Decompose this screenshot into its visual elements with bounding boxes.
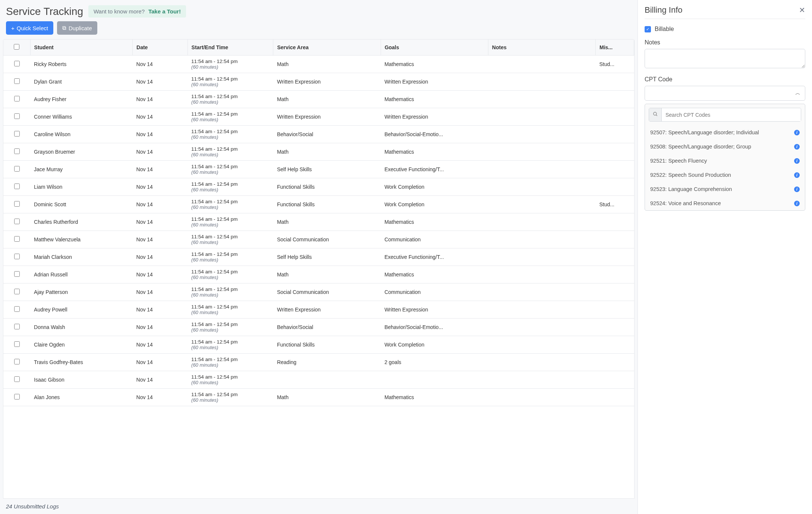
cell-miss xyxy=(596,389,634,406)
cell-service: Functional Skills xyxy=(273,196,381,213)
cell-time: 11:54 am - 12:54 pm(60 minutes) xyxy=(188,91,273,108)
table-row[interactable]: Dominic ScottNov 1411:54 am - 12:54 pm(6… xyxy=(3,196,634,213)
cell-miss xyxy=(596,319,634,336)
row-checkbox[interactable] xyxy=(14,61,20,66)
table-row[interactable]: Conner WilliamsNov 1411:54 am - 12:54 pm… xyxy=(3,108,634,126)
table-row[interactable]: Claire OgdenNov 1411:54 am - 12:54 pm(60… xyxy=(3,336,634,354)
cell-goals: Behavior/Social-Emotio... xyxy=(381,319,488,336)
cell-goals: Mathematics xyxy=(381,266,488,283)
info-icon[interactable]: i xyxy=(794,130,800,135)
row-checkbox[interactable] xyxy=(14,201,20,207)
row-checkbox[interactable] xyxy=(14,289,20,294)
cell-notes xyxy=(488,73,595,91)
table-row[interactable]: Charles RutherfordNov 1411:54 am - 12:54… xyxy=(3,213,634,231)
duplicate-button[interactable]: ⧉ Duplicate xyxy=(57,21,97,35)
row-checkbox[interactable] xyxy=(14,131,20,137)
cell-goals: Work Completion xyxy=(381,336,488,354)
quick-select-button[interactable]: + Quick Select xyxy=(6,21,53,35)
cell-miss xyxy=(596,371,634,389)
info-icon[interactable]: i xyxy=(794,187,800,192)
cell-miss xyxy=(596,248,634,266)
cell-time: 11:54 am - 12:54 pm(60 minutes) xyxy=(188,143,273,161)
table-row[interactable]: Travis Godfrey-BatesNov 1411:54 am - 12:… xyxy=(3,354,634,371)
info-icon[interactable]: i xyxy=(794,172,800,178)
row-checkbox[interactable] xyxy=(14,219,20,224)
cell-time: 11:54 am - 12:54 pm(60 minutes) xyxy=(188,283,273,301)
tour-link[interactable]: Take a Tour! xyxy=(148,8,181,15)
cpt-option[interactable]: 92523: Language Comprehensioni xyxy=(645,182,805,196)
cpt-search-input[interactable] xyxy=(662,109,801,121)
cell-time: 11:54 am - 12:54 pm(60 minutes) xyxy=(188,126,273,143)
table-row[interactable]: Ricky RobertsNov 1411:54 am - 12:54 pm(6… xyxy=(3,56,634,73)
col-student[interactable]: Student xyxy=(30,40,132,56)
cell-student: Dominic Scott xyxy=(30,196,132,213)
cell-service: Self Help Skills xyxy=(273,248,381,266)
table-row[interactable]: Donna WalshNov 1411:54 am - 12:54 pm(60 … xyxy=(3,319,634,336)
row-checkbox[interactable] xyxy=(14,341,20,347)
cell-student: Matthew Valenzuela xyxy=(30,231,132,248)
cell-student: Caroline Wilson xyxy=(30,126,132,143)
row-checkbox[interactable] xyxy=(14,148,20,154)
cell-time: 11:54 am - 12:54 pm(60 minutes) xyxy=(188,56,273,73)
table-row[interactable]: Isaac GibsonNov 1411:54 am - 12:54 pm(60… xyxy=(3,371,634,389)
info-icon[interactable]: i xyxy=(794,158,800,164)
table-row[interactable]: Matthew ValenzuelaNov 1411:54 am - 12:54… xyxy=(3,231,634,248)
row-checkbox[interactable] xyxy=(14,113,20,119)
cell-date: Nov 14 xyxy=(133,301,188,319)
row-checkbox[interactable] xyxy=(14,184,20,189)
col-date[interactable]: Date xyxy=(133,40,188,56)
cell-notes xyxy=(488,161,595,178)
col-goals[interactable]: Goals xyxy=(381,40,488,56)
cell-goals: Communication xyxy=(381,231,488,248)
col-service[interactable]: Service Area xyxy=(273,40,381,56)
cpt-option[interactable]: 92524: Voice and Resonancei xyxy=(645,196,805,210)
notes-textarea[interactable] xyxy=(645,49,805,68)
table-row[interactable]: Jace MurrayNov 1411:54 am - 12:54 pm(60 … xyxy=(3,161,634,178)
row-checkbox[interactable] xyxy=(14,166,20,172)
cpt-option[interactable]: 92508: Speech/Language disorder; Groupi xyxy=(645,140,805,154)
row-checkbox[interactable] xyxy=(14,78,20,84)
cpt-option[interactable]: 92522: Speech Sound Productioni xyxy=(645,168,805,182)
row-checkbox[interactable] xyxy=(14,96,20,101)
info-icon[interactable]: i xyxy=(794,201,800,206)
row-checkbox[interactable] xyxy=(14,324,20,329)
table-row[interactable]: Dylan GrantNov 1411:54 am - 12:54 pm(60 … xyxy=(3,73,634,91)
svg-point-0 xyxy=(653,112,656,115)
col-time[interactable]: Start/End Time xyxy=(188,40,273,56)
col-notes[interactable]: Notes xyxy=(488,40,595,56)
info-icon[interactable]: i xyxy=(794,144,800,150)
row-checkbox[interactable] xyxy=(14,271,20,277)
select-all-checkbox[interactable] xyxy=(14,44,19,50)
row-checkbox[interactable] xyxy=(14,359,20,364)
table-row[interactable]: Audrey PowellNov 1411:54 am - 12:54 pm(6… xyxy=(3,301,634,319)
table-row[interactable]: Caroline WilsonNov 1411:54 am - 12:54 pm… xyxy=(3,126,634,143)
table-row[interactable]: Alan JonesNov 1411:54 am - 12:54 pm(60 m… xyxy=(3,389,634,406)
table-row[interactable]: Ajay PattersonNov 1411:54 am - 12:54 pm(… xyxy=(3,283,634,301)
cpt-option[interactable]: 92507: Speech/Language disorder; Individ… xyxy=(645,125,805,140)
table-row[interactable]: Mariah ClarksonNov 1411:54 am - 12:54 pm… xyxy=(3,248,634,266)
cell-service: Math xyxy=(273,143,381,161)
table-row[interactable]: Adrian RussellNov 1411:54 am - 12:54 pm(… xyxy=(3,266,634,283)
row-checkbox[interactable] xyxy=(14,236,20,242)
row-checkbox[interactable] xyxy=(14,254,20,259)
close-button[interactable]: ✕ xyxy=(799,6,805,15)
cell-miss xyxy=(596,161,634,178)
row-checkbox[interactable] xyxy=(14,394,20,399)
row-checkbox[interactable] xyxy=(14,306,20,312)
billable-checkbox[interactable]: ✓ xyxy=(645,26,651,32)
col-miss[interactable]: Mis... xyxy=(596,40,634,56)
cell-notes xyxy=(488,354,595,371)
cell-goals: Work Completion xyxy=(381,178,488,196)
cell-miss: Stud... xyxy=(596,196,634,213)
cpt-option[interactable]: 92521: Speech Fluencyi xyxy=(645,154,805,168)
table-row[interactable]: Audrey FisherNov 1411:54 am - 12:54 pm(6… xyxy=(3,91,634,108)
table-row[interactable]: Grayson BruemerNov 1411:54 am - 12:54 pm… xyxy=(3,143,634,161)
cpt-select[interactable]: ︿ xyxy=(645,86,805,101)
copy-icon: ⧉ xyxy=(62,25,66,31)
row-checkbox[interactable] xyxy=(14,376,20,382)
tour-prompt: Want to know more? xyxy=(94,8,145,15)
cell-service: Math xyxy=(273,389,381,406)
cell-service: Social Communication xyxy=(273,231,381,248)
table-row[interactable]: Liam WilsonNov 1411:54 am - 12:54 pm(60 … xyxy=(3,178,634,196)
cell-student: Audrey Powell xyxy=(30,301,132,319)
